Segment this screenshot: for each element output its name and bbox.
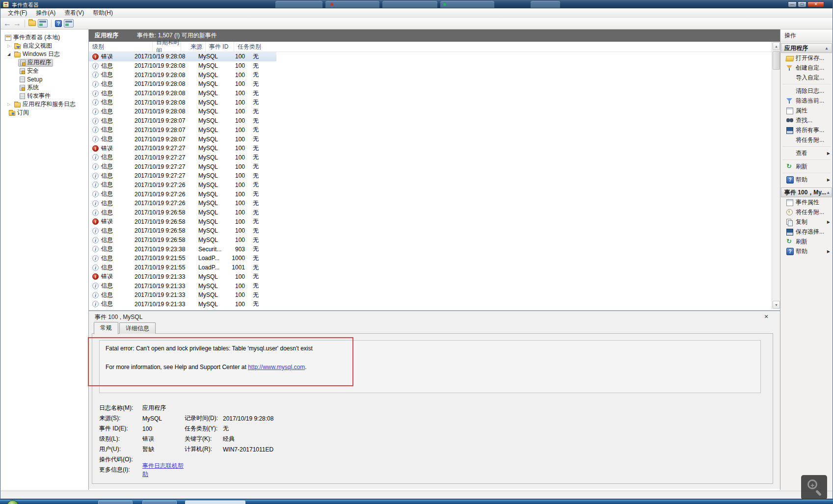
event-row[interactable]: 信息 2017/10/19 9:28:08 MySQL 100 无 (89, 107, 772, 116)
help-icon[interactable]: ? (55, 20, 62, 27)
actions-section-application[interactable]: 应用程序 ▲ (781, 43, 832, 53)
tree-expander-icon[interactable] (7, 44, 13, 48)
minimize-button[interactable]: — (788, 1, 797, 7)
menu-item[interactable]: 文件(F) (3, 8, 31, 18)
event-row[interactable]: 错误 2017/10/19 9:26:58 MySQL 100 无 (89, 217, 772, 226)
taskbar-app-button[interactable] (142, 501, 177, 504)
event-row[interactable]: 信息 2017/10/19 9:28:08 MySQL 100 无 (89, 80, 772, 89)
event-row[interactable]: 信息 2017/10/19 9:26:58 MySQL 100 无 (89, 226, 772, 236)
menu-item[interactable]: 查看(V) (60, 8, 88, 18)
action-item[interactable]: 属性 (780, 106, 833, 115)
back-icon[interactable]: ← (3, 20, 11, 27)
action-item[interactable]: 帮助 (780, 246, 833, 256)
action-item[interactable]: 查看 (780, 148, 833, 158)
event-row[interactable]: 信息 2017/10/19 9:28:08 MySQL 100 无 (89, 70, 772, 80)
column-header[interactable]: 级别 (89, 42, 153, 52)
scroll-up-icon[interactable]: ▲ (773, 42, 780, 50)
tree-expander-icon[interactable] (7, 52, 13, 56)
level-icon (92, 210, 99, 216)
tree-item[interactable]: 系统 (0, 83, 88, 92)
event-row[interactable]: 信息 2017/10/19 9:21:55 LoadP... 1000 无 (89, 254, 772, 263)
event-row[interactable]: 信息 2017/10/19 9:28:07 MySQL 100 无 (89, 134, 772, 144)
event-id: 100 (223, 301, 248, 308)
event-row[interactable]: 信息 2017/10/19 9:21:55 LoadP... 1001 无 (89, 263, 772, 272)
tree-item[interactable]: Setup (0, 75, 88, 83)
column-header[interactable]: 任务类别 (234, 42, 772, 52)
event-row[interactable]: 信息 2017/10/19 9:28:08 MySQL 100 无 (89, 98, 772, 107)
action-item[interactable]: 创建自定... (780, 63, 833, 73)
menu-item[interactable]: 帮助(H) (88, 8, 117, 18)
event-row[interactable]: 信息 2017/10/19 9:28:08 MySQL 100 无 (89, 89, 772, 98)
actions-section-event[interactable]: 事件 100，My... ▲ (781, 187, 832, 197)
action-item[interactable]: 刷新 (780, 161, 833, 171)
start-orb[interactable] (7, 500, 19, 504)
action-item[interactable]: 刷新 (780, 237, 833, 246)
action-item[interactable]: 将所有事... (780, 125, 833, 135)
event-row[interactable]: 信息 2017/10/19 9:27:27 MySQL 100 无 (89, 162, 772, 171)
vertical-scrollbar[interactable]: ▲ ▼ (772, 42, 780, 309)
preview-tab[interactable]: 详细信息 (119, 322, 156, 334)
event-row[interactable]: 信息 2017/10/19 9:21:33 MySQL 100 无 (89, 281, 772, 291)
action-pane-toggle-icon[interactable] (64, 19, 74, 27)
event-row[interactable]: 信息 2017/10/19 9:26:58 MySQL 100 无 (89, 236, 772, 245)
action-item[interactable]: 事件属性 (780, 197, 833, 207)
tree-item[interactable]: 安全 (0, 67, 88, 75)
collapse-icon[interactable]: ▲ (826, 190, 830, 195)
event-row[interactable]: 信息 2017/10/19 9:26:58 MySQL 100 无 (89, 208, 772, 217)
column-header[interactable]: 日期和时间 (153, 42, 181, 52)
event-row[interactable]: 信息 2017/10/19 9:21:33 MySQL 100 无 (89, 300, 772, 309)
close-button[interactable]: ✕ (807, 1, 824, 7)
tree-item[interactable]: 事件查看器 (本地) (0, 33, 88, 42)
collapse-icon[interactable]: ▲ (825, 46, 829, 51)
event-row[interactable]: 错误 2017/10/19 9:27:27 MySQL 100 无 (89, 144, 772, 153)
event-row[interactable]: 信息 2017/10/19 9:21:33 MySQL 100 无 (89, 291, 772, 300)
action-item[interactable]: 导入自定... (780, 73, 833, 82)
scrollbar-thumb[interactable] (773, 51, 780, 70)
magnifier-overlay-button[interactable]: + (801, 475, 827, 500)
action-item[interactable]: 将任务附... (780, 207, 833, 217)
maximize-button[interactable]: ▢ (798, 1, 806, 7)
event-row[interactable]: 信息 2017/10/19 9:28:07 MySQL 100 无 (89, 126, 772, 135)
event-row[interactable]: 信息 2017/10/19 9:23:38 Securit... 903 无 (89, 244, 772, 254)
export-list-icon[interactable] (28, 21, 36, 26)
tree-item[interactable]: 订阅 (0, 108, 88, 117)
event-source: MySQL (195, 62, 223, 69)
event-row[interactable]: 错误 2017/10/19 9:21:33 MySQL 100 无 (89, 272, 772, 282)
event-row[interactable]: 信息 2017/10/19 9:27:27 MySQL 100 无 (89, 171, 772, 181)
action-item[interactable]: 保存选择... (780, 227, 833, 237)
action-item[interactable]: 将任务附... (780, 135, 833, 145)
scroll-down-icon[interactable]: ▼ (773, 301, 780, 309)
console-tree-toggle-icon[interactable] (38, 19, 48, 27)
column-header[interactable]: 来源 (181, 42, 206, 52)
action-item[interactable]: 打开保存... (780, 53, 833, 63)
event-date: 2017/10/19 9:28:08 (131, 80, 195, 87)
tree-item[interactable]: 自定义视图 (0, 42, 88, 50)
event-row[interactable]: 信息 2017/10/19 9:28:07 MySQL 100 无 (89, 116, 772, 126)
menu-item[interactable]: 操作(A) (31, 8, 60, 18)
event-row[interactable]: 信息 2017/10/19 9:27:26 MySQL 100 无 (89, 189, 772, 199)
action-item[interactable]: 复制 (780, 217, 833, 227)
event-row[interactable]: 信息 2017/10/19 9:27:26 MySQL 100 无 (89, 199, 772, 208)
tree-item[interactable]: 转发事件 (0, 92, 88, 100)
event-row[interactable]: 信息 2017/10/19 9:28:08 MySQL 100 无 (89, 61, 772, 71)
tree-item[interactable]: Windows 日志 (0, 50, 88, 58)
taskbar[interactable] (0, 499, 833, 504)
column-header[interactable]: 事件 ID (206, 42, 234, 52)
action-item[interactable]: 查找... (780, 115, 833, 125)
action-item[interactable]: 清除日志... (780, 86, 833, 96)
taskbar-app-button[interactable] (98, 501, 133, 504)
tree-item[interactable]: 应用程序 (0, 58, 88, 67)
tree-item[interactable]: 应用程序和服务日志 (0, 100, 88, 108)
tree-expander-icon[interactable] (7, 102, 13, 106)
taskbar-app-button-active[interactable] (185, 501, 245, 504)
action-item[interactable]: 筛选当前... (780, 96, 833, 106)
title-bar[interactable]: 事件查看器 — ▢ ✕ (0, 0, 833, 8)
forward-icon[interactable]: → (13, 20, 21, 27)
action-item[interactable]: 帮助 (780, 175, 833, 185)
event-row[interactable]: 信息 2017/10/19 9:27:26 MySQL 100 无 (89, 181, 772, 190)
preview-tab[interactable]: 常规 (94, 322, 118, 334)
event-row[interactable]: 错误 2017/10/19 9:28:08 MySQL 100 无 (89, 52, 772, 61)
preview-close-icon[interactable]: ✕ (762, 313, 770, 320)
event-source: MySQL (195, 172, 223, 179)
event-row[interactable]: 信息 2017/10/19 9:27:27 MySQL 100 无 (89, 153, 772, 162)
